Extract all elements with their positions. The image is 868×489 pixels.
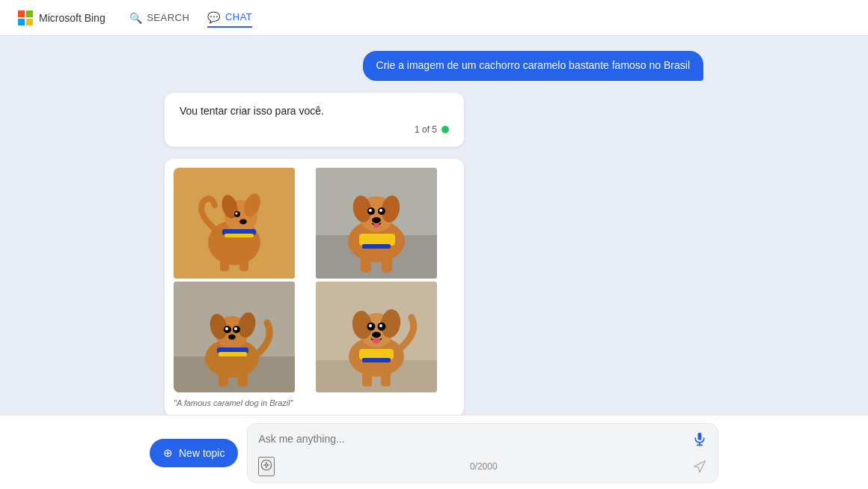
chat-container: Crie a imagem de um cachorro caramelo ba… [150, 51, 718, 415]
svg-rect-0 [18, 10, 25, 17]
svg-rect-59 [359, 349, 394, 359]
image-caption: "A famous caramel dog in Brazil" [174, 398, 455, 407]
tab-chat[interactable]: 💬 CHAT [207, 8, 252, 28]
svg-rect-46 [238, 370, 248, 386]
svg-point-55 [369, 324, 372, 327]
bot-card-footer: 1 of 5 [180, 124, 449, 135]
logo-area: Microsoft Bing [18, 10, 106, 25]
dog-image-3[interactable] [174, 282, 295, 392]
svg-rect-60 [362, 358, 391, 362]
status-dot [441, 126, 449, 133]
mic-button[interactable] [692, 431, 707, 446]
svg-point-40 [225, 327, 228, 330]
image-gen-button[interactable] [258, 457, 275, 476]
dog-image-1[interactable] [174, 168, 295, 279]
nav-tabs: 🔍 SEARCH 💬 CHAT [129, 8, 253, 28]
input-bottom-row: 0/2000 [248, 454, 718, 482]
send-button[interactable] [692, 459, 707, 474]
svg-point-27 [373, 223, 379, 228]
new-topic-button[interactable]: ⊕ New topic [150, 439, 238, 467]
svg-rect-31 [382, 256, 392, 273]
dog-image-2[interactable] [316, 168, 437, 279]
new-topic-label: New topic [179, 447, 224, 459]
svg-point-57 [372, 332, 381, 338]
svg-rect-62 [381, 370, 391, 386]
header: Microsoft Bing 🔍 SEARCH 💬 CHAT [0, 0, 868, 36]
dog-image-4[interactable] [316, 282, 437, 392]
svg-rect-45 [218, 370, 228, 386]
user-message-row: Crie a imagem de um cachorro caramelo ba… [165, 51, 703, 81]
user-message-bubble: Crie a imagem de um cachorro caramelo ba… [363, 51, 703, 81]
svg-rect-3 [26, 19, 33, 25]
svg-point-66 [262, 460, 272, 470]
svg-rect-30 [361, 256, 371, 273]
input-box-wrapper: 0/2000 [247, 423, 718, 483]
char-counter: 0/2000 [470, 461, 498, 472]
svg-rect-63 [698, 433, 702, 440]
svg-rect-2 [18, 19, 25, 25]
tab-chat-label: CHAT [225, 11, 252, 22]
new-topic-icon: ⊕ [163, 446, 173, 460]
mic-icon [692, 431, 707, 446]
svg-point-25 [379, 209, 382, 212]
bot-text-card: Vou tentar criar isso para você. 1 of 5 [165, 93, 464, 147]
svg-rect-44 [218, 352, 247, 356]
image-grid [174, 168, 455, 392]
svg-rect-28 [359, 234, 395, 246]
tab-search-label: SEARCH [147, 12, 189, 23]
svg-point-10 [236, 212, 238, 214]
svg-point-24 [369, 209, 372, 212]
message-counter: 1 of 5 [415, 124, 437, 135]
svg-rect-1 [26, 10, 33, 17]
main-area: Crie a imagem de um cachorro caramelo ba… [0, 36, 868, 489]
image-sparkle-icon [260, 458, 273, 472]
chat-area: Crie a imagem de um cachorro caramelo ba… [0, 36, 868, 415]
svg-rect-15 [239, 256, 248, 271]
svg-rect-14 [220, 256, 229, 271]
bot-response-text: Vou tentar criar isso para você. [180, 105, 449, 117]
svg-point-11 [239, 219, 247, 224]
user-message-text: Crie a imagem de um cachorro caramelo ba… [376, 59, 690, 71]
tab-search[interactable]: 🔍 SEARCH [129, 9, 190, 27]
bottom-bar-inner: ⊕ New topic [150, 423, 718, 483]
chat-icon: 💬 [207, 11, 221, 23]
bottom-bar: ⊕ New topic [0, 415, 868, 489]
svg-rect-13 [224, 234, 254, 237]
svg-point-26 [372, 217, 381, 223]
svg-point-41 [234, 327, 237, 330]
input-row [248, 424, 718, 454]
svg-rect-61 [362, 370, 372, 386]
search-icon: 🔍 [129, 12, 143, 24]
svg-point-58 [373, 338, 380, 344]
svg-point-67 [266, 464, 268, 467]
chat-input[interactable] [258, 433, 685, 445]
send-icon [692, 459, 707, 474]
svg-point-56 [379, 324, 382, 327]
svg-rect-29 [362, 244, 391, 249]
svg-point-42 [228, 334, 236, 339]
microsoft-logo [18, 10, 33, 25]
bot-image-card: "A famous caramel dog in Brazil" [165, 159, 464, 415]
bing-logo-text: Microsoft Bing [39, 12, 106, 24]
